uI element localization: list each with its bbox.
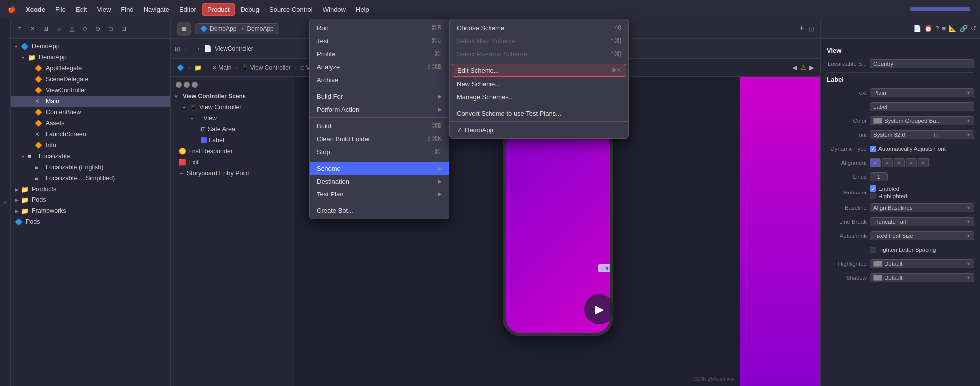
align-justify-button[interactable]: ≡ [906,158,917,167]
menu-item-run[interactable]: Run ⌘R [310,21,449,34]
inspector-text-value-field[interactable]: Label [870,102,974,111]
behavior-highlighted-checkbox[interactable] [870,193,876,199]
stop-button[interactable]: ■ [177,22,191,36]
menu-item-profile[interactable]: Profile ⌘I [310,47,449,60]
inspector-dynamic-type-checkbox[interactable]: ✓ Automatically Adjusts Font [870,146,946,152]
storyboard-first-responder[interactable]: 🟡 First Responder [171,146,295,157]
sidebar-item-assets[interactable]: 🔶 Assets [11,118,170,129]
menu-debug[interactable]: Debug [237,4,263,15]
sidebar-icon-search[interactable]: ⌕ [54,24,64,34]
disclosure-localizable[interactable]: ▾ [22,154,28,159]
sidebar-item-viewcontroller[interactable]: 🔶 ViewController [11,85,170,96]
breadcrumb-item-0[interactable]: 🔷 [177,64,184,71]
sidebar-icon-list[interactable]: ≡ [15,24,25,34]
disclosure-pods[interactable]: ▶ [15,197,21,203]
menu-editor[interactable]: Editor [175,4,200,15]
inspector-tighten-checkbox[interactable]: Tighten Letter Spacing [870,247,936,253]
breadcrumb-item-3[interactable]: 📱 View Controller [241,64,290,71]
menu-item-build-for[interactable]: Build For ▶ [310,90,449,103]
inspector-text-value[interactable]: Plain [870,88,974,97]
scheme-submenu-convert[interactable]: Convert Scheme to use Test Plans... [450,107,628,120]
menu-item-analyze[interactable]: Analyze ⇧⌘B [310,60,449,73]
sidebar-item-localizable-en[interactable]: ≡ Localizable (English) [11,162,170,173]
sidebar-icon-grid2[interactable]: ⊡ [119,24,129,34]
menu-help[interactable]: Help [352,4,373,15]
plus-icon[interactable]: + [799,23,804,34]
inspector-highlighted-value[interactable]: Default [870,259,974,268]
menu-xcode[interactable]: Xcode [22,4,49,15]
inspector-shadow-value[interactable]: Default [870,273,974,282]
toggle-layout-icon[interactable]: ⊡ [808,25,814,33]
menu-file[interactable]: File [51,4,70,15]
sidebar-item-main[interactable]: ✕ Main [11,96,170,107]
scheme-submenu-edit-scheme[interactable]: Edit Scheme... ⌘< [452,64,626,77]
inspector-refresh-icon[interactable]: ↺ [971,25,976,32]
scheme-submenu-manage-schemes[interactable]: Manage Schemes... [450,90,628,103]
menu-source-control[interactable]: Source Control [265,4,317,15]
sidebar-item-info[interactable]: 🔶 Info [11,140,170,151]
inspector-lines-input[interactable] [870,172,888,181]
view-disclosure[interactable]: ▾ [191,116,197,121]
sidebar-icon-diamond[interactable]: ◇ [80,24,90,34]
sidebar-item-products[interactable]: ▶ 📁 Products [11,184,170,194]
inspector-list-icon[interactable]: ≡ [942,25,946,32]
inspector-baseline-value[interactable]: Align Baselines [870,203,974,212]
menu-item-archive[interactable]: Archive [310,73,449,86]
sidebar-item-appdelegate[interactable]: 🔶 AppDelegate [11,63,170,74]
menu-item-scheme[interactable]: Scheme ▶ [310,162,449,175]
editor-forward-icon[interactable]: → [194,45,201,53]
sidebar-icon-close[interactable]: ✕ [28,24,38,34]
apple-menu[interactable]: 🍎 [4,4,20,15]
vc-disclosure[interactable]: ▾ [183,105,189,110]
sidebar-icon-warning[interactable]: △ [67,24,77,34]
tighten-checkbox-box[interactable] [870,247,876,253]
menu-item-test-plan[interactable]: Test Plan ▶ [310,188,449,200]
breadcrumb-nav-forward[interactable]: ▶ [809,64,814,71]
inspector-file-icon[interactable]: 📄 [913,25,921,32]
breadcrumb-nav-back[interactable]: ◀ [792,64,797,71]
sidebar-item-frameworks[interactable]: ▶ 📁 Frameworks [11,205,170,216]
scheme-submenu-new-scheme[interactable]: New Scheme... [450,77,628,90]
disclosure-frameworks[interactable]: ▶ [15,208,21,214]
sidebar-item-pods-project[interactable]: 🔷 Pods [11,216,170,227]
inspector-autoshrink-value[interactable]: Fixed Font Size [870,231,974,240]
behavior-enabled-checkbox[interactable]: ✓ [870,185,876,192]
align-left-button[interactable]: ≡ [870,158,881,167]
inspector-color-value[interactable]: System Grouped Ba... [870,116,974,125]
scheme-submenu-select-prev[interactable]: Select Previous Scheme ^⌘[ [450,47,628,60]
sidebar-item-scenedelegate[interactable]: 🔶 SceneDelegate [11,74,170,85]
sidebar-icon-target[interactable]: ⊙ [93,24,103,34]
scheme-submenu-demoapp[interactable]: ✓ DemoApp [450,123,628,136]
breadcrumb-item-2[interactable]: ✕ Main [212,64,231,71]
inspector-help-icon[interactable]: ? [935,25,939,32]
menu-item-build[interactable]: Build ⌘B [310,119,449,132]
menu-item-create-bot[interactable]: Create Bot... [310,204,449,217]
disclosure-demoapp-root[interactable]: ▾ [15,44,21,49]
inspector-localizable-value[interactable]: Country [870,59,974,68]
menu-item-stop[interactable]: Stop ⌘. [310,145,449,158]
menu-window[interactable]: Window [319,4,350,15]
storyboard-exit[interactable]: 🟥 Exit [171,157,295,168]
dynamic-type-checkbox-box[interactable]: ✓ [870,146,876,152]
storyboard-view[interactable]: ▾ □ View [171,113,295,124]
inspector-font-value[interactable]: System 32.0 T↕ [870,130,974,139]
sidebar-item-demoapp-group[interactable]: ▾ 📁 DemoApp [11,52,170,63]
inspector-linebreak-value[interactable]: Truncate Tail [870,217,974,226]
menu-product[interactable]: Product [202,3,235,16]
menu-item-destination[interactable]: Destination ▶ [310,175,449,188]
sidebar-icon-square[interactable]: □ [106,24,116,34]
inspector-clock-icon[interactable]: ⏰ [924,25,932,32]
disclosure-demoapp-group[interactable]: ▾ [22,55,28,60]
editor-back-icon[interactable]: ← [184,45,191,53]
storyboard-label[interactable]: L Label [171,135,295,146]
breadcrumb-item-1[interactable]: 📁 [194,64,202,71]
inspector-link-icon[interactable]: 🔗 [960,25,968,32]
inspector-ruler-icon[interactable]: 📐 [949,25,957,32]
menu-edit[interactable]: Edit [72,4,91,15]
sidebar-item-localizable-simplified[interactable]: ≡ Localizable..., Simplified) [11,173,170,184]
storyboard-entry-point[interactable]: → Storyboard Entry Point [171,168,295,179]
menu-item-perform-action[interactable]: Perform Action ▶ [310,103,449,116]
menu-view[interactable]: View [93,4,115,15]
play-overlay-button[interactable]: ▶ [584,294,614,324]
align-right-button[interactable]: ≡ [894,158,905,167]
